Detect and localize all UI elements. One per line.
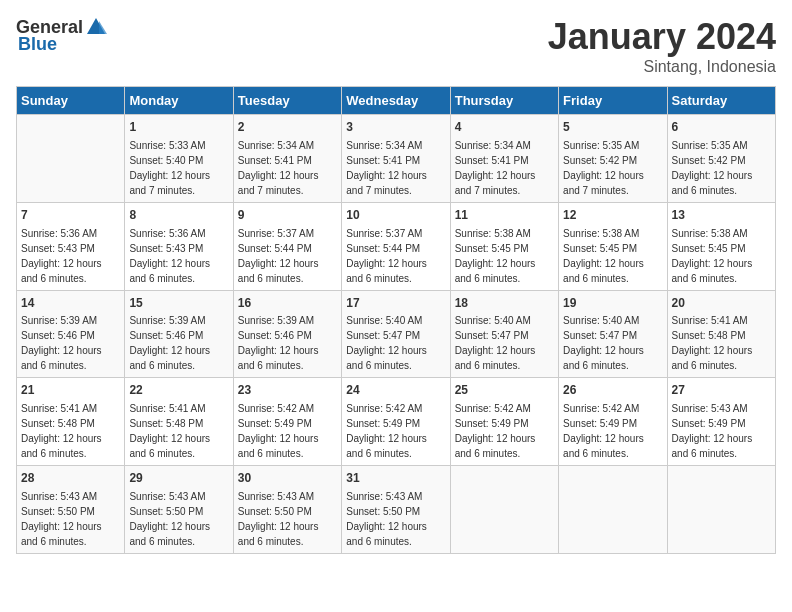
calendar-cell: 15Sunrise: 5:39 AMSunset: 5:46 PMDayligh…	[125, 290, 233, 378]
day-number: 20	[672, 295, 771, 312]
day-header-friday: Friday	[559, 87, 667, 115]
cell-info-line: Sunrise: 5:36 AM	[129, 228, 205, 239]
cell-info-line: and 6 minutes.	[21, 536, 87, 547]
calendar-cell: 5Sunrise: 5:35 AMSunset: 5:42 PMDaylight…	[559, 115, 667, 203]
calendar-cell: 12Sunrise: 5:38 AMSunset: 5:45 PMDayligh…	[559, 202, 667, 290]
cell-info-line: and 6 minutes.	[672, 185, 738, 196]
day-number: 14	[21, 295, 120, 312]
day-number: 7	[21, 207, 120, 224]
cell-info-line: Sunset: 5:42 PM	[672, 155, 746, 166]
day-number: 22	[129, 382, 228, 399]
cell-info-line: Sunset: 5:49 PM	[346, 418, 420, 429]
cell-info-line: Sunrise: 5:35 AM	[672, 140, 748, 151]
day-header-tuesday: Tuesday	[233, 87, 341, 115]
cell-info-line: Sunset: 5:47 PM	[563, 330, 637, 341]
cell-info-line: and 7 minutes.	[346, 185, 412, 196]
day-header-sunday: Sunday	[17, 87, 125, 115]
day-number: 8	[129, 207, 228, 224]
cell-info-line: Daylight: 12 hours	[21, 258, 102, 269]
cell-info-line: Sunrise: 5:38 AM	[563, 228, 639, 239]
calendar-cell: 1Sunrise: 5:33 AMSunset: 5:40 PMDaylight…	[125, 115, 233, 203]
day-number: 26	[563, 382, 662, 399]
cell-info-line: Daylight: 12 hours	[21, 521, 102, 532]
calendar-cell: 11Sunrise: 5:38 AMSunset: 5:45 PMDayligh…	[450, 202, 558, 290]
cell-info-line: Sunrise: 5:39 AM	[129, 315, 205, 326]
cell-info-line: Sunrise: 5:43 AM	[129, 491, 205, 502]
calendar-cell: 2Sunrise: 5:34 AMSunset: 5:41 PMDaylight…	[233, 115, 341, 203]
cell-info-line: Sunset: 5:41 PM	[346, 155, 420, 166]
calendar-cell	[450, 466, 558, 554]
cell-info-line: and 6 minutes.	[563, 448, 629, 459]
cell-info-line: Sunset: 5:40 PM	[129, 155, 203, 166]
cell-info-line: Sunset: 5:50 PM	[238, 506, 312, 517]
calendar-cell: 16Sunrise: 5:39 AMSunset: 5:46 PMDayligh…	[233, 290, 341, 378]
cell-info-line: Daylight: 12 hours	[21, 433, 102, 444]
cell-info-line: and 6 minutes.	[455, 448, 521, 459]
calendar-cell: 3Sunrise: 5:34 AMSunset: 5:41 PMDaylight…	[342, 115, 450, 203]
cell-info-line: Sunrise: 5:40 AM	[346, 315, 422, 326]
cell-info-line: and 7 minutes.	[129, 185, 195, 196]
calendar-cell: 26Sunrise: 5:42 AMSunset: 5:49 PMDayligh…	[559, 378, 667, 466]
cell-info-line: and 6 minutes.	[129, 360, 195, 371]
logo: General Blue	[16, 16, 107, 55]
cell-info-line: Daylight: 12 hours	[672, 170, 753, 181]
logo-icon	[85, 16, 107, 38]
day-number: 16	[238, 295, 337, 312]
day-number: 23	[238, 382, 337, 399]
cell-info-line: Daylight: 12 hours	[129, 258, 210, 269]
cell-info-line: Daylight: 12 hours	[455, 345, 536, 356]
cell-info-line: Sunset: 5:47 PM	[346, 330, 420, 341]
day-number: 17	[346, 295, 445, 312]
calendar-cell: 6Sunrise: 5:35 AMSunset: 5:42 PMDaylight…	[667, 115, 775, 203]
day-header-wednesday: Wednesday	[342, 87, 450, 115]
cell-info-line: Sunrise: 5:41 AM	[21, 403, 97, 414]
cell-info-line: Sunrise: 5:41 AM	[672, 315, 748, 326]
cell-info-line: Sunset: 5:41 PM	[238, 155, 312, 166]
cell-info-line: and 6 minutes.	[346, 536, 412, 547]
cell-info-line: Sunrise: 5:35 AM	[563, 140, 639, 151]
cell-info-line: Sunrise: 5:43 AM	[672, 403, 748, 414]
cell-info-line: Sunset: 5:45 PM	[672, 243, 746, 254]
cell-info-line: Daylight: 12 hours	[346, 521, 427, 532]
cell-info-line: Sunset: 5:44 PM	[346, 243, 420, 254]
day-number: 9	[238, 207, 337, 224]
cell-info-line: Sunset: 5:48 PM	[129, 418, 203, 429]
cell-info-line: Daylight: 12 hours	[672, 433, 753, 444]
cell-info-line: Daylight: 12 hours	[563, 345, 644, 356]
calendar-cell	[667, 466, 775, 554]
cell-info-line: and 6 minutes.	[21, 360, 87, 371]
cell-info-line: Sunset: 5:43 PM	[21, 243, 95, 254]
cell-info-line: Sunset: 5:46 PM	[21, 330, 95, 341]
cell-info-line: Daylight: 12 hours	[346, 433, 427, 444]
calendar-table: SundayMondayTuesdayWednesdayThursdayFrid…	[16, 86, 776, 554]
calendar-cell: 23Sunrise: 5:42 AMSunset: 5:49 PMDayligh…	[233, 378, 341, 466]
calendar-cell: 7Sunrise: 5:36 AMSunset: 5:43 PMDaylight…	[17, 202, 125, 290]
cell-info-line: Sunrise: 5:42 AM	[455, 403, 531, 414]
calendar-cell: 20Sunrise: 5:41 AMSunset: 5:48 PMDayligh…	[667, 290, 775, 378]
calendar-cell: 9Sunrise: 5:37 AMSunset: 5:44 PMDaylight…	[233, 202, 341, 290]
cell-info-line: Sunrise: 5:41 AM	[129, 403, 205, 414]
cell-info-line: Sunset: 5:46 PM	[238, 330, 312, 341]
calendar-cell	[17, 115, 125, 203]
cell-info-line: Sunrise: 5:42 AM	[238, 403, 314, 414]
calendar-cell: 24Sunrise: 5:42 AMSunset: 5:49 PMDayligh…	[342, 378, 450, 466]
cell-info-line: Sunset: 5:45 PM	[563, 243, 637, 254]
day-number: 5	[563, 119, 662, 136]
cell-info-line: Sunrise: 5:40 AM	[563, 315, 639, 326]
cell-info-line: and 6 minutes.	[238, 273, 304, 284]
cell-info-line: Sunset: 5:50 PM	[346, 506, 420, 517]
cell-info-line: Daylight: 12 hours	[563, 170, 644, 181]
title-area: January 2024 Sintang, Indonesia	[548, 16, 776, 76]
week-row-2: 7Sunrise: 5:36 AMSunset: 5:43 PMDaylight…	[17, 202, 776, 290]
cell-info-line: Daylight: 12 hours	[129, 170, 210, 181]
cell-info-line: Sunset: 5:48 PM	[21, 418, 95, 429]
cell-info-line: Sunset: 5:49 PM	[238, 418, 312, 429]
cell-info-line: Daylight: 12 hours	[129, 521, 210, 532]
cell-info-line: Daylight: 12 hours	[455, 433, 536, 444]
calendar-cell: 27Sunrise: 5:43 AMSunset: 5:49 PMDayligh…	[667, 378, 775, 466]
day-header-thursday: Thursday	[450, 87, 558, 115]
day-number: 29	[129, 470, 228, 487]
cell-info-line: Sunset: 5:41 PM	[455, 155, 529, 166]
svg-marker-1	[99, 21, 107, 34]
cell-info-line: Sunset: 5:49 PM	[672, 418, 746, 429]
